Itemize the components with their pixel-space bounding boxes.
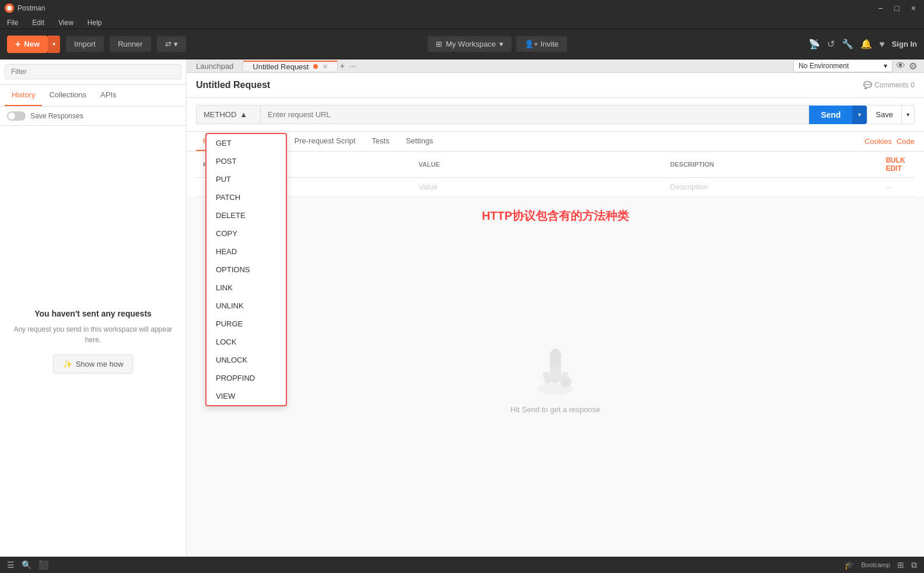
invite-button[interactable]: 👤+ Invite (516, 36, 567, 52)
heart-icon[interactable]: ♥ (879, 39, 885, 50)
minimize-button[interactable]: − (874, 2, 886, 14)
settings-icon[interactable]: 🔧 (842, 38, 853, 50)
save-dropdown-button[interactable]: ▾ (902, 105, 915, 124)
header-value-cell: Value (412, 178, 663, 196)
sidebar-tab-collections[interactable]: Collections (42, 85, 93, 106)
filter-input[interactable] (5, 64, 181, 79)
tab-untitled-request[interactable]: Untitled Request × (243, 61, 337, 71)
new-button[interactable]: + New (7, 36, 48, 53)
new-button-group: + New ▾ (7, 36, 60, 53)
content-top-bar: Launchpad Untitled Request × + ··· No En… (187, 59, 924, 73)
url-bar: METHOD ▲ Send ▾ Save ▾ GET POST PUT P (196, 105, 915, 124)
environment-dropdown[interactable]: No Environment ▾ (793, 59, 892, 72)
method-option-purge[interactable]: PURGE (206, 315, 286, 333)
menu-edit[interactable]: Edit (30, 17, 47, 28)
menu-file[interactable]: File (5, 17, 20, 28)
comments-label: Comments (874, 81, 908, 89)
sidebar-empty-state: You haven't sent any requests Any reques… (0, 126, 186, 557)
url-input[interactable] (260, 105, 809, 124)
save-button-group: Save ▾ (867, 105, 915, 124)
eye-icon[interactable]: 👁 (896, 61, 905, 71)
method-option-put[interactable]: PUT (206, 170, 286, 188)
window-controls[interactable]: − □ × (874, 2, 919, 14)
method-option-unlock[interactable]: UNLOCK (206, 351, 286, 369)
tab-modified-dot (313, 64, 318, 69)
close-button[interactable]: × (908, 2, 919, 14)
headers-table-header-row: KEY VALUE DESCRIPTION Bulk Edit (196, 152, 915, 178)
save-responses-toggle[interactable] (7, 111, 26, 121)
builder-button[interactable]: ⇄ ▾ (157, 36, 186, 52)
svg-point-0 (7, 6, 12, 10)
environment-bar: No Environment ▾ 👁 ⚙ (786, 59, 924, 72)
layout-icon[interactable]: ⊞ (897, 560, 904, 570)
cookies-link[interactable]: Cookies (864, 137, 892, 146)
main-layout: History Collections APIs Save Responses … (0, 59, 924, 557)
bootcamp-icon[interactable]: 🎓 (844, 560, 854, 570)
search-icon[interactable]: 🔍 (22, 560, 32, 570)
method-option-get[interactable]: GET (206, 134, 286, 152)
tab-launchpad-label: Launchpad (196, 62, 233, 71)
history-icon[interactable]: ↺ (827, 38, 835, 50)
method-option-patch[interactable]: PATCH (206, 188, 286, 206)
layout-alt-icon[interactable]: ⧉ (911, 560, 917, 570)
content-area: Launchpad Untitled Request × + ··· No En… (187, 59, 924, 557)
row-more-icon[interactable]: ··· (886, 182, 892, 191)
postman-logo (5, 3, 14, 13)
tab-close-icon[interactable]: × (323, 62, 327, 71)
settings-env-icon[interactable]: ⚙ (909, 61, 917, 72)
menu-help[interactable]: Help (85, 17, 104, 28)
new-dropdown-button[interactable]: ▾ (48, 36, 60, 53)
send-button[interactable]: Send (809, 106, 852, 124)
tab-launchpad[interactable]: Launchpad (187, 62, 243, 71)
builder-dropdown-icon: ▾ (174, 40, 178, 48)
more-tabs-button[interactable]: ··· (347, 60, 359, 72)
method-option-lock[interactable]: LOCK (206, 333, 286, 351)
req-tab-pre-request[interactable]: Pre-request Script (288, 132, 363, 151)
method-option-propfind[interactable]: PROPFIND (206, 369, 286, 387)
grid-icon: ⊞ (436, 40, 442, 48)
bell-icon[interactable]: 🔔 (860, 38, 872, 50)
runner-button[interactable]: Runner (110, 36, 151, 52)
new-label: New (24, 40, 40, 48)
method-option-copy[interactable]: COPY (206, 224, 286, 242)
method-option-options[interactable]: OPTIONS (206, 261, 286, 279)
show-me-label: Show me how (76, 360, 124, 368)
method-option-post[interactable]: POST (206, 152, 286, 170)
workspace-button[interactable]: ⊞ My Workspace ▾ (428, 36, 512, 52)
sidebar-toggle-icon[interactable]: ☰ (7, 560, 15, 570)
new-plus-icon: + (15, 39, 20, 50)
menu-view[interactable]: View (56, 17, 76, 28)
empty-state-title: You haven't sent any requests (34, 309, 152, 318)
satellite-icon[interactable]: 📡 (808, 38, 820, 50)
bottom-bar: ☰ 🔍 ⬛ 🎓 Bootcamp ⊞ ⧉ (0, 557, 924, 573)
header-desc-cell: Description (663, 178, 879, 196)
sidebar-filter-area (0, 59, 186, 85)
comments-button[interactable]: 💬 Comments 0 (863, 81, 915, 89)
save-button[interactable]: Save (867, 105, 902, 124)
add-tab-button[interactable]: + (338, 60, 347, 72)
maximize-button[interactable]: □ (891, 2, 902, 14)
req-tab-tests[interactable]: Tests (365, 132, 396, 151)
save-responses-label: Save Responses (30, 112, 83, 120)
method-option-view[interactable]: VIEW (206, 387, 286, 405)
comments-count: 0 (911, 81, 915, 89)
magic-icon: ✨ (63, 360, 72, 368)
value-placeholder: Value (419, 182, 438, 191)
show-me-button[interactable]: ✨ Show me how (53, 354, 134, 374)
bulk-edit-link[interactable]: Bulk Edit (886, 156, 905, 173)
send-dropdown-button[interactable]: ▾ (852, 106, 867, 124)
req-tab-settings[interactable]: Settings (399, 132, 440, 151)
import-button[interactable]: Import (66, 36, 104, 52)
sidebar-tab-history[interactable]: History (5, 85, 42, 106)
header-actions-cell: ··· (878, 178, 915, 196)
method-option-link[interactable]: LINK (206, 279, 286, 297)
response-area: HTTP协议包含有的方法种类 Hit Send to get a respons… (187, 196, 924, 557)
method-option-delete[interactable]: DELETE (206, 206, 286, 224)
method-select[interactable]: METHOD ▲ (196, 105, 260, 124)
method-option-head[interactable]: HEAD (206, 242, 286, 261)
code-link[interactable]: Code (897, 137, 915, 146)
console-icon[interactable]: ⬛ (38, 560, 48, 570)
sign-in-button[interactable]: Sign In (892, 40, 917, 48)
sidebar-tab-apis[interactable]: APIs (93, 85, 123, 106)
method-option-unlink[interactable]: UNLINK (206, 297, 286, 315)
